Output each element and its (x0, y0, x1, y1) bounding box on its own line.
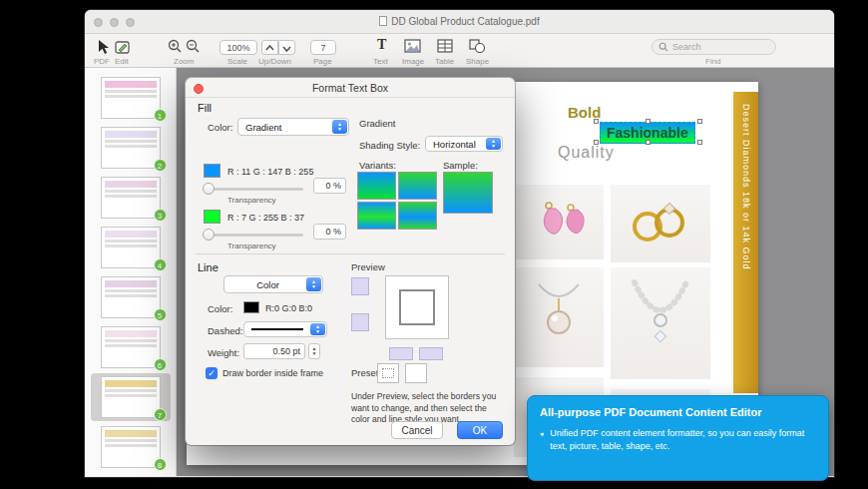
gradient-sample (443, 172, 493, 214)
slider-knob[interactable] (203, 183, 215, 195)
page-thumbnail-3[interactable]: 3 (91, 174, 171, 222)
chevron-up-down-icon: ▲▼ (306, 277, 321, 291)
slider-knob[interactable] (203, 229, 215, 241)
transparency1-field[interactable]: 0 % (313, 178, 346, 194)
preset-none-button[interactable] (377, 363, 399, 383)
page-thumbnail-6[interactable]: 6 (91, 323, 171, 371)
fill-section-label: Fill (198, 102, 212, 114)
section-divider (196, 253, 505, 254)
preview-left-border-button[interactable] (389, 347, 413, 360)
gradient-variant-1[interactable] (357, 172, 396, 200)
page-down-button[interactable] (278, 40, 295, 55)
weight-stepper[interactable]: ▲▼ (308, 343, 320, 359)
transparency2-slider[interactable] (204, 234, 303, 237)
line-color-rgb: R:0 G:0 B:0 (265, 303, 312, 313)
image-tool-icon[interactable] (404, 39, 421, 53)
border-preview-inner (399, 289, 435, 325)
traffic-lights[interactable] (94, 18, 135, 27)
gradient-color1-swatch[interactable] (204, 164, 220, 178)
selection-handle[interactable] (646, 119, 651, 124)
ok-button[interactable]: OK (457, 421, 503, 439)
page-number-badge: 8 (154, 458, 167, 471)
page-thumbnail-1[interactable]: 1 (91, 74, 171, 122)
minimize-window-icon[interactable] (110, 18, 119, 27)
jewelry-photo-pendant (514, 267, 604, 367)
dashed-select[interactable]: ▲▼ (243, 321, 327, 337)
selection-handle[interactable] (697, 140, 702, 145)
catalog-side-banner: Desert Diamonds 18k or 14k Gold (733, 92, 758, 393)
scale-label: Scale (227, 57, 247, 66)
sample-label: Sample: (443, 160, 478, 171)
select-cursor-icon[interactable] (97, 39, 111, 55)
page-up-button[interactable] (261, 40, 278, 55)
shading-style-select[interactable]: Horizontal▲▼ (425, 136, 503, 152)
page-thumbnail-7-selected[interactable]: 7 (91, 373, 171, 421)
page-label: Page (313, 57, 332, 66)
line-color-label: Color: (208, 303, 232, 314)
zoom-out-icon[interactable] (186, 39, 201, 54)
preview-middle-border-button[interactable] (351, 313, 369, 331)
line-type-select[interactable]: Color▲▼ (223, 275, 323, 293)
shape-tool-icon[interactable] (469, 39, 486, 53)
variants-label: Variants: (359, 160, 396, 171)
headline-quality: Quality (558, 144, 615, 162)
line-section-label: Line (198, 261, 218, 273)
table-tool-icon[interactable] (437, 39, 453, 53)
line-color-swatch[interactable] (243, 301, 259, 313)
transparency1-slider[interactable] (204, 188, 303, 191)
preview-right-border-button[interactable] (419, 347, 443, 360)
fill-color-select[interactable]: Gradient▲▼ (237, 118, 349, 136)
draw-border-checkbox[interactable]: ✓ (206, 367, 217, 379)
border-preview-box (385, 275, 449, 339)
page-thumbnail-2[interactable]: 2 (91, 124, 171, 172)
window-titlebar: DD Global Product Catalogue.pdf (85, 10, 834, 34)
page-thumbnail-8[interactable]: 8 (91, 423, 171, 471)
page-number-box[interactable]: 7 (310, 40, 336, 55)
page-number-badge: 3 (154, 209, 167, 222)
page-thumbnail-5[interactable]: 5 (91, 273, 171, 321)
gradient-color2-rgb: R : 7 G : 255 B : 37 (227, 213, 304, 223)
edit-tool-icon[interactable] (115, 40, 131, 54)
toolbar: PDF Edit Zoom 100% Scale Up/Down 7 Page … (85, 34, 834, 68)
search-icon (658, 42, 668, 52)
page-number-badge: 5 (154, 308, 167, 321)
table-tool-label: Table (435, 57, 454, 66)
weight-label: Weight: (208, 347, 239, 358)
close-window-icon[interactable] (94, 18, 103, 27)
page-number-badge: 2 (154, 159, 167, 172)
gradient-color1-rgb: R : 11 G : 147 B : 255 (227, 167, 313, 177)
selection-handle[interactable] (594, 119, 599, 124)
jewelry-photo-necklace (611, 267, 710, 379)
page-number-badge: 4 (154, 258, 167, 271)
selection-handle[interactable] (697, 119, 702, 124)
image-tool-label: Image (402, 57, 424, 66)
marketing-callout: All-purpose PDF Document Content Editor … (527, 395, 829, 481)
gradient-variant-3[interactable] (357, 202, 396, 230)
zoom-window-icon[interactable] (126, 18, 135, 27)
search-input[interactable] (672, 42, 762, 52)
zoom-in-icon[interactable] (168, 39, 183, 54)
selection-handle[interactable] (646, 140, 651, 145)
gradient-variant-2[interactable] (398, 172, 437, 200)
transparency2-field[interactable]: 0 % (313, 224, 346, 240)
window-title: DD Global Product Catalogue.pdf (85, 10, 834, 34)
dialog-title: Format Text Box (186, 78, 515, 98)
preset-box-button[interactable] (405, 363, 427, 383)
gradient-color2-swatch[interactable] (204, 210, 220, 224)
gradient-section-label: Gradient (359, 118, 395, 129)
edit-tool-label: Edit (115, 57, 129, 66)
callout-title: All-purpose PDF Document Content Editor (540, 406, 816, 418)
chevron-up-down-icon: ▲▼ (310, 323, 325, 335)
gradient-variant-4[interactable] (398, 202, 437, 230)
search-field[interactable] (651, 39, 776, 55)
jewelry-photo-earrings (514, 185, 604, 259)
thumbnail-sidebar: 1 2 3 4 5 6 7 8 (85, 68, 177, 476)
text-tool-icon[interactable]: T (377, 37, 386, 53)
preview-top-border-button[interactable] (351, 277, 369, 295)
cancel-button[interactable]: Cancel (391, 421, 443, 439)
dialog-close-icon[interactable] (194, 84, 204, 94)
page-number-badge: 7 (154, 408, 167, 421)
scale-value-box[interactable]: 100% (219, 40, 257, 55)
weight-field[interactable]: 0.50 pt (243, 343, 305, 359)
page-thumbnail-4[interactable]: 4 (91, 224, 171, 271)
